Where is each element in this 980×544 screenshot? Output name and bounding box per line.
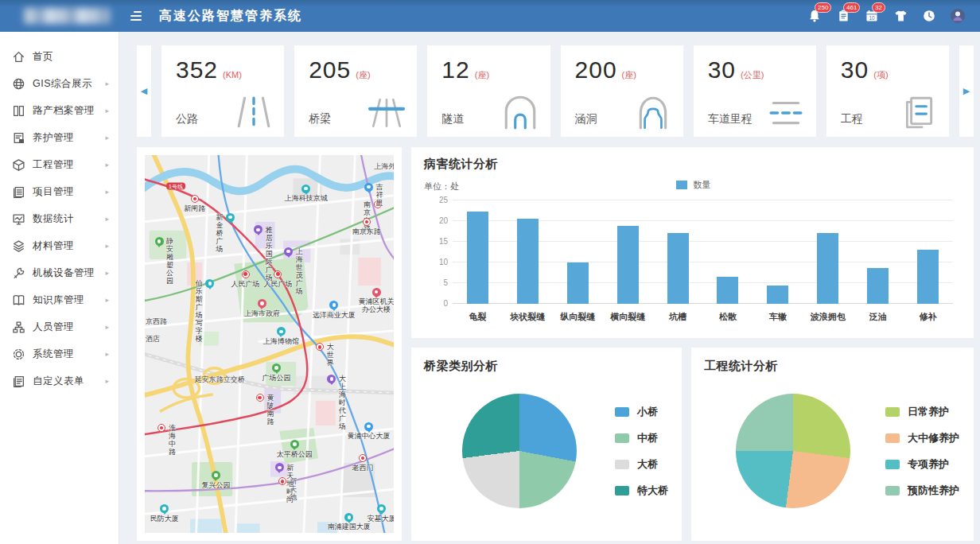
poi-pin-icon: [272, 363, 281, 372]
bar: [617, 226, 639, 304]
bridge-pie-legend: 小桥中桥大桥特大桥: [615, 405, 668, 498]
disease-stats-panel: 病害统计分析 单位：处 数量 0510152025 龟裂块状裂缝纵向裂缝横向裂缝…: [411, 147, 974, 338]
city-map[interactable]: 新闸路南京东路南京东路人民广场人民广场大世界黄陂南路淮海中路老西门新天地上海科技…: [145, 155, 394, 533]
sidebar-item-knowledge[interactable]: 知识库管理▸: [0, 286, 119, 313]
bell-icon[interactable]: 250: [807, 8, 822, 24]
stat-card-project: 30(项)工程: [826, 45, 949, 137]
x-axis-label: 坑槽: [653, 311, 703, 323]
unit-label: 单位：处: [424, 181, 459, 191]
legend-item: 专项养护: [885, 457, 959, 472]
menu-toggle-icon[interactable]: [130, 11, 142, 21]
sidebar: 首页GIS综合展示▸路产档案管理▸养护管理▸工程管理▸项目管理▸数据统计▸材料管…: [0, 32, 119, 544]
sidebar-item-system[interactable]: 系统管理▸: [0, 340, 119, 367]
sidebar-item-custom-form[interactable]: 自定义表单▸: [0, 367, 119, 394]
sidebar-item-material[interactable]: 材料管理▸: [0, 232, 119, 259]
map-label: 雅居乐国际广场: [266, 226, 273, 282]
svg-text:10: 10: [869, 15, 875, 21]
chevron-right-icon: ▸: [105, 269, 109, 277]
map-label: 南京东路: [340, 227, 394, 235]
panel-title: 工程统计分析: [704, 359, 961, 374]
sidebar-item-home[interactable]: 首页: [0, 43, 119, 70]
notification-badge: 250: [815, 2, 831, 13]
sidebar-item-label: 首页: [33, 50, 53, 64]
bar: [517, 219, 539, 304]
map-label: 复兴公园: [189, 481, 243, 489]
legend-swatch: [615, 433, 629, 443]
bar-column: [653, 200, 703, 304]
bridge-icon: [368, 95, 406, 130]
road-label: 京西路: [146, 317, 167, 327]
x-axis-label: 块状裂缝: [503, 311, 553, 323]
metro-station-icon: [256, 394, 264, 402]
x-axis-label: 泛油: [853, 311, 903, 323]
tshirt-icon[interactable]: [892, 8, 908, 24]
bar-column: [503, 200, 553, 304]
company-logo: [24, 8, 110, 24]
tunnel-icon: [501, 95, 539, 130]
sidebar-item-engineering[interactable]: 工程管理▸: [0, 151, 119, 178]
stat-value: 30: [841, 56, 869, 83]
map-label: 上海世茂广场: [296, 247, 303, 295]
legend-label: 特大桥: [637, 484, 668, 498]
legend-swatch: [676, 181, 687, 189]
sidebar-item-label: 系统管理: [33, 348, 74, 361]
clipboard-icon[interactable]: 461: [835, 8, 851, 24]
legend-item: 大桥: [615, 457, 668, 472]
bar-column: [703, 200, 753, 304]
map-label: 黄浦中心大厦: [342, 432, 394, 440]
metro-station-icon: [359, 454, 367, 462]
sidebar-item-label: 材料管理: [33, 239, 74, 253]
carousel-prev-button[interactable]: ◀: [137, 45, 151, 137]
sidebar-item-gis[interactable]: GIS综合展示▸: [0, 70, 119, 97]
user-avatar-icon[interactable]: [950, 8, 966, 24]
clock-icon[interactable]: [921, 8, 937, 24]
map-label: 静安雕塑公园: [166, 237, 173, 285]
metro-station-icon: [274, 270, 282, 278]
legend-label: 数量: [693, 179, 710, 191]
globe-icon: [12, 77, 25, 91]
stat-unit: (座): [356, 70, 370, 80]
sidebar-item-label: 养护管理: [33, 131, 74, 145]
sidebar-item-maintenance[interactable]: 养护管理▸: [0, 124, 119, 151]
legend-swatch: [615, 486, 629, 495]
bar: [867, 268, 889, 304]
chevron-right-icon: ▸: [105, 242, 109, 250]
metro-station-icon: [278, 477, 286, 485]
chevron-right-icon: ▸: [105, 323, 109, 331]
sidebar-item-statistics[interactable]: 数据统计▸: [0, 205, 119, 232]
sidebar-item-road-archives[interactable]: 路产档案管理▸: [0, 97, 119, 124]
map-label: 老西门: [336, 464, 390, 472]
y-tick-label: 5: [430, 278, 448, 287]
calendar-icon[interactable]: 1032: [864, 8, 880, 24]
sidebar-item-project[interactable]: 项目管理▸: [0, 178, 119, 205]
chevron-right-icon: ▸: [105, 188, 109, 196]
main-content: ◀ 352(KM)公路205(座)桥梁12(座)隧道200(座)涵洞30(公里)…: [119, 32, 980, 544]
lane-icon: [767, 95, 805, 130]
map-label: 民防大厦: [145, 515, 192, 523]
map-label: 安基大厦: [355, 515, 394, 523]
poi-pin-icon: [254, 225, 262, 234]
poi-pin-icon: [275, 463, 284, 472]
poi-pin-icon: [377, 504, 386, 513]
map-label: 上海博物馆: [254, 337, 308, 345]
metro-station-icon: [158, 424, 165, 432]
y-tick-label: 25: [430, 196, 448, 204]
stat-unit: (座): [622, 70, 636, 80]
poi-pin-icon: [372, 288, 381, 297]
sidebar-item-label: GIS综合展示: [33, 77, 92, 91]
x-axis-label: 松散: [703, 311, 753, 323]
x-axis-label: 修补: [903, 311, 953, 323]
carousel-next-button[interactable]: ▶: [959, 45, 974, 137]
poi-pin-icon: [258, 299, 266, 308]
legend-item: 数量: [676, 179, 710, 191]
project-pie-legend: 日常养护大中修养护专项养护预防性养护: [885, 405, 959, 498]
culvert-icon: [634, 95, 672, 130]
sidebar-item-machinery[interactable]: 机械设备管理▸: [0, 259, 119, 286]
sidebar-item-personnel[interactable]: 人员管理▸: [0, 313, 119, 340]
stat-value: 200: [575, 56, 617, 83]
doc-badge-icon: [12, 131, 25, 145]
bar-column: [453, 200, 503, 304]
sidebar-item-label: 知识库管理: [33, 293, 84, 307]
x-axis-label: 波浪拥包: [803, 311, 853, 323]
sidebar-item-label: 数据统计: [33, 212, 74, 226]
